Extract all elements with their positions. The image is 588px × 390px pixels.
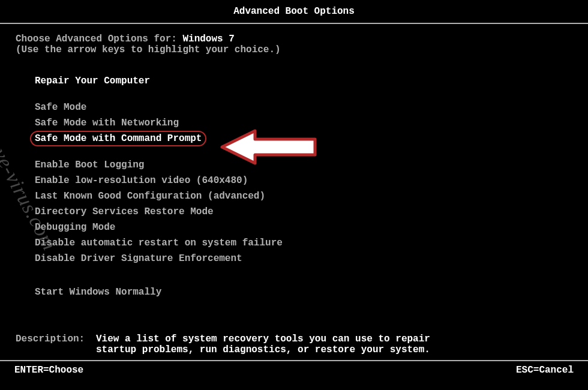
footer-bar: ENTER=Choose ESC=Cancel [0,360,588,376]
menu-repair-computer[interactable]: Repair Your Computer [30,73,155,89]
menu-low-res-video[interactable]: Enable low-resolution video (640x480) [30,173,253,188]
intro-hint: (Use the arrow keys to highlight your ch… [16,44,572,55]
description-line1: View a list of system recovery tools you… [96,334,572,344]
footer-enter-hint: ENTER=Choose [14,365,83,376]
description-text: View a list of system recovery tools you… [96,334,572,355]
boot-screen: Advanced Boot Options Choose Advanced Op… [0,0,588,390]
description-label: Description: [16,334,96,355]
menu-enable-boot-logging[interactable]: Enable Boot Logging [30,157,149,173]
menu-directory-services-restore[interactable]: Directory Services Restore Mode [30,204,218,220]
menu-disable-driver-sig[interactable]: Disable Driver Signature Enforcement [30,251,247,266]
menu-safe-mode-networking[interactable]: Safe Mode with Networking [30,115,184,131]
description-row: Description: View a list of system recov… [16,334,572,355]
intro-os: Windows 7 [182,34,234,44]
page-title: Advanced Boot Options [233,6,355,17]
menu-safe-mode[interactable]: Safe Mode [30,100,91,115]
menu-last-known-good[interactable]: Last Known Good Configuration (advanced) [30,188,270,204]
content-area: Choose Advanced Options for: Windows 7 (… [0,24,588,355]
title-bar: Advanced Boot Options [0,0,588,24]
description-line2: startup problems, run diagnostics, or re… [96,344,572,355]
menu-start-normally[interactable]: Start Windows Normally [30,284,166,300]
intro-line: Choose Advanced Options for: Windows 7 [16,34,572,44]
boot-menu[interactable]: Repair Your Computer Safe Mode Safe Mode… [16,73,572,300]
menu-debugging-mode[interactable]: Debugging Mode [30,220,120,235]
menu-safe-mode-command-prompt[interactable]: Safe Mode with Command Prompt [30,131,206,146]
intro-prefix: Choose Advanced Options for: [16,34,182,44]
menu-disable-auto-restart[interactable]: Disable automatic restart on system fail… [30,235,287,251]
footer-esc-hint: ESC=Cancel [516,365,574,376]
